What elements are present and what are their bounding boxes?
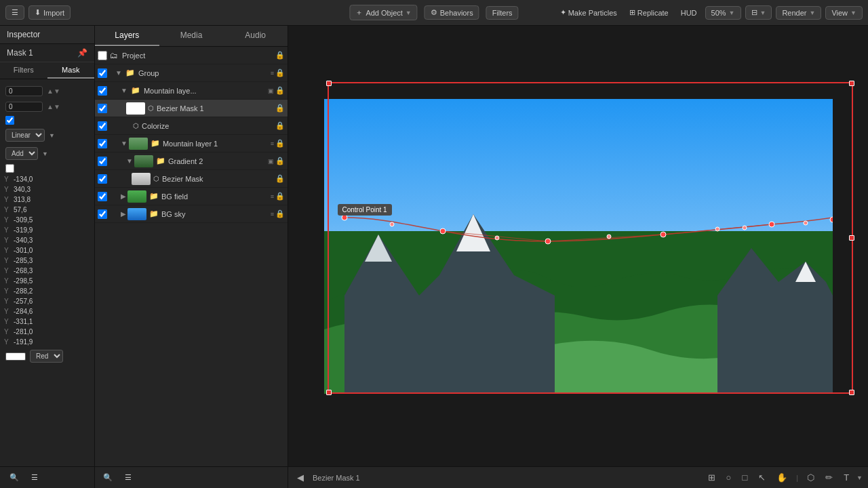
menu-button[interactable]: ☰	[5, 5, 24, 20]
text-tool-button[interactable]: T	[840, 471, 852, 484]
layer-visibility-bgfield[interactable]	[98, 192, 107, 201]
circle-tool-button[interactable]: ○	[723, 471, 735, 484]
add-object-button[interactable]: ＋ Add Object ▼	[349, 5, 417, 20]
filters-button[interactable]: Filters	[486, 6, 519, 20]
layer-name-bezier1: Bezier Mask 1	[157, 104, 274, 113]
handle-top-left[interactable]	[326, 81, 332, 86]
bottom-label: Bezier Mask 1	[313, 474, 699, 482]
list-item[interactable]: ▼ 📁 Mountain layer 1 ≡ 🔒	[95, 135, 288, 152]
layers-search-button[interactable]: 🔍	[99, 471, 117, 484]
layer-visibility-group[interactable]	[98, 68, 107, 78]
layer-visibility-bezier1[interactable]	[98, 104, 107, 113]
square-tool-button[interactable]: □	[738, 471, 751, 484]
bezier-tool-button[interactable]: ⬡	[804, 471, 818, 484]
canvas-image: Control Point 1	[324, 99, 833, 394]
behaviors-icon: ⚙	[431, 8, 437, 17]
gradient2-expand-arrow[interactable]: ▼	[126, 157, 133, 165]
layer-visibility-mountain-group[interactable]	[98, 86, 107, 96]
layer-visibility-bezier-mask[interactable]	[98, 174, 107, 184]
color-channel-select[interactable]: Red	[30, 350, 63, 363]
make-particles-button[interactable]: ✦ Make Particles	[556, 6, 621, 19]
list-item[interactable]: ▼ 📁 Group ≡ 🔒	[95, 64, 288, 82]
search-button[interactable]: 🔍	[5, 471, 23, 484]
y-val-row-11: Y -288,2	[0, 286, 94, 296]
layer-visibility-project[interactable]	[98, 51, 107, 60]
layer-visibility-bgsky[interactable]	[98, 209, 107, 219]
render-button[interactable]: Render ▼	[776, 6, 821, 20]
view-button[interactable]: View ▼	[825, 6, 863, 20]
layer-icons-mountain-group: ▣ 🔒	[268, 86, 285, 95]
checkbox-1[interactable]	[5, 116, 14, 125]
import-button[interactable]: ⬇ Import	[28, 5, 71, 20]
hud-button[interactable]: HUD	[677, 7, 701, 19]
lock-icon-group: 🔒	[275, 68, 285, 77]
field-stepper-2[interactable]: ▲▼	[47, 103, 60, 110]
checkbox-row-1	[0, 115, 94, 126]
tab-filters[interactable]: Filters	[0, 62, 47, 79]
list-item[interactable]: ▼ 📁 Mountain laye... ▣ 🔒	[95, 82, 288, 100]
checkbox-2[interactable]	[5, 164, 14, 173]
layers-bottom: 🔍 ☰	[95, 466, 288, 488]
list-item[interactable]: 🗂 Project 🔒	[95, 47, 288, 64]
y-val-row-9: Y -268,3	[0, 266, 94, 276]
list-view-button[interactable]: ☰	[27, 471, 42, 484]
layers-panel: Layers Media Audio 🗂 Project 🔒 ▼ 📁	[95, 26, 288, 488]
list-item[interactable]: ⬡ Bezier Mask 1 🔒	[95, 100, 288, 117]
colorize-icon: ⬡	[133, 122, 139, 129]
y-val-row-14: Y -331,1	[0, 317, 94, 327]
tab-audio[interactable]: Audio	[223, 26, 288, 46]
field-value-1[interactable]	[5, 86, 43, 96]
field-value-2[interactable]	[5, 102, 43, 112]
lock-icon-bgfield: 🔒	[275, 192, 285, 201]
list-item[interactable]: ⬡ Colorize 🔒	[95, 117, 288, 135]
inspector-content: ▲▼ ▲▼ Linear ▼ Add ▼	[0, 79, 94, 466]
zoom-button[interactable]: 50% ▼	[705, 6, 741, 20]
pen-tool-button[interactable]: ✏	[822, 471, 836, 484]
tab-mask[interactable]: Mask	[47, 62, 95, 79]
layers-list-view-button[interactable]: ☰	[121, 471, 136, 484]
mountain1-expand-arrow[interactable]: ▼	[121, 140, 127, 147]
canvas-area: Control Point 1 ◀ Bezier Mask 1 ⊞ ○ □ ↖ …	[288, 26, 868, 488]
canvas-viewport[interactable]: Control Point 1	[288, 26, 868, 466]
playhead-button[interactable]: ◀	[294, 471, 307, 484]
handle-top-right[interactable]	[849, 81, 854, 86]
import-arrow-icon: ⬇	[35, 8, 41, 17]
field-stepper-1[interactable]: ▲▼	[47, 87, 60, 95]
handle-bottom-right[interactable]	[849, 390, 854, 395]
linear-select[interactable]: Linear	[5, 129, 45, 142]
arrow-tool-button[interactable]: ↖	[755, 471, 769, 484]
layer-visibility-gradient2[interactable]	[98, 157, 107, 166]
add-select[interactable]: Add	[5, 147, 38, 160]
grid-view-button[interactable]: ⊞	[705, 471, 719, 484]
canvas-frame: Control Point 1	[324, 99, 833, 394]
tab-layers[interactable]: Layers	[95, 26, 159, 46]
mountain-group-expand-arrow[interactable]: ▼	[121, 87, 127, 94]
mask-label-row: Mask 1 📌	[0, 44, 94, 62]
add-icon: ＋	[355, 7, 363, 18]
handle-right-mid[interactable]	[849, 235, 854, 241]
layer-visibility-mountain1[interactable]	[98, 139, 107, 148]
list-item[interactable]: ⬡ Bezier Mask 🔒	[95, 170, 288, 188]
hand-tool-button[interactable]: ✋	[773, 471, 791, 484]
layer-icons-mountain1: ≡ 🔒	[271, 139, 285, 148]
bgfield-expand-arrow[interactable]: ▶	[121, 192, 126, 200]
bgsky-expand-arrow[interactable]: ▶	[121, 210, 126, 218]
view-mode-button[interactable]: ⊟ ▼	[745, 5, 772, 20]
gradient2-thumb	[134, 155, 153, 167]
color-swatch-red[interactable]	[5, 352, 26, 361]
list-item[interactable]: ▶ 📁 BG sky ≡ 🔒	[95, 205, 288, 223]
list-item[interactable]: ▶ 📁 BG field ≡ 🔒	[95, 188, 288, 205]
layer-icons-gradient2: ▣ 🔒	[268, 157, 285, 165]
field-value-2-row: ▲▼	[0, 99, 94, 115]
tab-media[interactable]: Media	[159, 26, 224, 46]
replicate-button[interactable]: ⊞ Replicate	[625, 6, 673, 19]
toolbar-right: ✦ Make Particles ⊞ Replicate HUD 50% ▼ ⊟…	[556, 5, 863, 20]
layer-visibility-colorize[interactable]	[98, 121, 107, 131]
lock-icon-mountain-group: 🔒	[275, 86, 285, 95]
bgsky-icon: 📁	[149, 209, 159, 218]
y-val-row-7: Y -301,0	[0, 245, 94, 256]
project-icon: 🗂	[110, 51, 118, 60]
behaviors-button[interactable]: ⚙ Behaviors	[425, 5, 479, 20]
group-expand-arrow[interactable]: ▼	[115, 69, 122, 77]
list-item[interactable]: ▼ 📁 Gradient 2 ▣ 🔒	[95, 152, 288, 170]
